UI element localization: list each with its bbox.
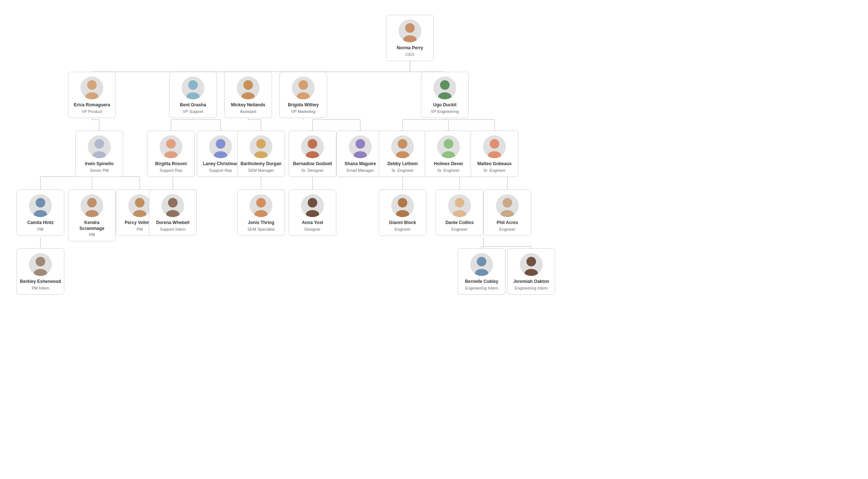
avatar-dante (448, 194, 471, 217)
avatar-dorena (161, 194, 184, 217)
node-title-matteo: Sr. Engineer (483, 168, 506, 173)
avatar-gianni (391, 194, 414, 217)
svg-point-55 (186, 92, 200, 99)
node-name-ugo: Ugo Duckit (433, 102, 456, 108)
node-title-dante: Engineer (451, 227, 468, 232)
svg-point-65 (164, 151, 178, 158)
node-jonis[interactable]: Jonis Thring SEM Specialist (237, 189, 285, 236)
svg-point-73 (354, 151, 367, 158)
svg-point-88 (256, 198, 266, 207)
node-name-phil: Phil Acres (497, 220, 518, 226)
svg-point-51 (403, 35, 417, 42)
node-bartholemy[interactable]: Bartholemy Durgan SEM Manager (237, 131, 285, 177)
node-name-jonis: Jonis Thring (248, 220, 274, 226)
avatar-ugo (433, 77, 456, 99)
node-bent[interactable]: Bent Grasha VP Support (169, 72, 217, 118)
svg-point-63 (93, 151, 106, 158)
node-irwin[interactable]: Irwin Spinello Senior PM (75, 131, 123, 177)
node-title-birgitta: Support Rep (160, 168, 182, 173)
avatar-phil (496, 194, 519, 217)
svg-point-53 (85, 92, 99, 99)
node-shana[interactable]: Shana Maguire Email Manager (336, 131, 384, 177)
node-berkley[interactable]: Berkley Esherwood PM Intern (17, 248, 64, 295)
node-title-phil: Engineer (499, 227, 515, 232)
svg-point-101 (475, 269, 488, 276)
svg-point-68 (256, 139, 266, 149)
svg-point-70 (308, 139, 317, 149)
node-kendra[interactable]: Kendra Scrammage PM (68, 189, 116, 241)
svg-point-87 (166, 210, 179, 217)
node-dante[interactable]: Dante Collins Engineer (436, 189, 483, 236)
node-birgitta[interactable]: Birgitta Rosoni Support Rep (147, 131, 195, 177)
node-bernelle[interactable]: Bernelle Cubley Engineering Intern (458, 248, 506, 295)
avatar-laney (209, 135, 232, 158)
node-title-percy: PM (137, 227, 143, 232)
avatar-bernadine (301, 135, 324, 158)
svg-point-52 (87, 80, 97, 90)
node-title-erica: VP Product (82, 109, 102, 114)
node-camila[interactable]: Camila Hintz PM (17, 189, 64, 236)
svg-point-97 (501, 210, 514, 217)
node-holmes[interactable]: Holmes Dever Sr. Engineer (425, 131, 472, 177)
svg-point-100 (477, 257, 486, 266)
node-bernadine[interactable]: Bernadine Godsell Sr. Designer (289, 131, 336, 177)
node-name-mickey: Mickey Neilands (231, 102, 265, 108)
node-name-camila: Camila Hintz (27, 220, 54, 226)
node-mickey[interactable]: Mickey Neilands Assistant (224, 72, 272, 118)
node-title-ugo: VP Engineering (431, 109, 459, 114)
avatar-jeremiah (520, 253, 543, 276)
avatar-bent (182, 77, 204, 99)
svg-point-54 (188, 80, 198, 90)
avatar-percy (128, 194, 151, 217)
node-name-shana: Shana Maguire (344, 161, 376, 167)
svg-point-58 (299, 80, 308, 90)
node-name-matteo: Matteo Gobeaux (477, 161, 511, 167)
svg-point-66 (216, 139, 225, 149)
svg-point-84 (135, 198, 144, 207)
svg-point-94 (455, 198, 464, 207)
node-brigida[interactable]: Brigida Withey VP Marketing (279, 72, 327, 118)
avatar-bartholemy (250, 135, 272, 158)
svg-point-79 (488, 151, 501, 158)
node-title-bent: VP Support (183, 109, 203, 114)
node-name-anna: Anna Yost (302, 220, 323, 226)
node-jeremiah[interactable]: Jeremiah Oakton Engineering Intern (507, 248, 555, 295)
svg-point-99 (34, 269, 47, 276)
node-gianni[interactable]: Gianni Block Engineer (379, 189, 426, 236)
svg-point-95 (453, 210, 466, 217)
node-matteo[interactable]: Matteo Gobeaux Sr. Engineer (471, 131, 518, 177)
node-title-holmes: Sr. Engineer (437, 168, 460, 173)
node-title-debby: Sr. Engineer (392, 168, 414, 173)
svg-point-78 (490, 139, 499, 149)
svg-point-80 (36, 198, 45, 207)
node-name-bent: Bent Grasha (180, 102, 206, 108)
node-title-bernelle: Engineering Intern (465, 285, 498, 291)
node-debby[interactable]: Debby Lethem Sr. Engineer (379, 131, 426, 177)
avatar-mickey (237, 77, 260, 99)
node-name-brigida: Brigida Withey (288, 102, 319, 108)
svg-point-59 (297, 92, 310, 99)
node-erica[interactable]: Erica Romaguera VP Product (68, 72, 116, 118)
node-name-birgitta: Birgitta Rosoni (155, 161, 187, 167)
node-dorena[interactable]: Dorena Whebell Support Intern (149, 189, 197, 236)
avatar-kendra (81, 194, 103, 217)
svg-point-60 (440, 80, 450, 90)
avatar-birgitta (160, 135, 182, 158)
avatar-shana (349, 135, 372, 158)
node-name-holmes: Holmes Dever (434, 161, 463, 167)
avatar-irwin (88, 135, 111, 158)
avatar-bernelle (470, 253, 493, 276)
node-title-anna: Designer (304, 227, 321, 232)
node-name-norma: Norma Perry (397, 45, 423, 51)
node-title-brigida: VP Marketing (291, 109, 315, 114)
node-phil[interactable]: Phil Acres Engineer (483, 189, 531, 236)
svg-point-93 (396, 210, 409, 217)
svg-point-82 (87, 198, 97, 207)
avatar-erica (81, 77, 103, 99)
node-anna[interactable]: Anna Yost Designer (289, 189, 336, 236)
node-title-mickey: Assistant (240, 109, 257, 114)
node-ugo[interactable]: Ugo Duckit VP Engineering (421, 72, 469, 118)
node-norma[interactable]: Norma Perry CEO (386, 15, 434, 61)
svg-point-86 (168, 198, 178, 207)
node-title-berkley: PM Intern (32, 285, 49, 291)
